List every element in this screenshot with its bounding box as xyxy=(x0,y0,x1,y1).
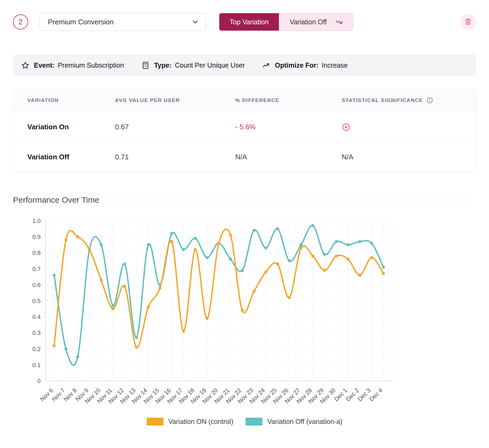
not-significant-icon xyxy=(342,123,350,131)
variation-name: Variation Off xyxy=(13,142,115,172)
svg-text:Dec 1: Dec 1 xyxy=(333,387,348,403)
info-icon[interactable] xyxy=(426,97,433,104)
significance-cell xyxy=(342,112,476,142)
top-variation-segmented-control: Top Variation Variation Off xyxy=(219,13,353,31)
type-label: Type: xyxy=(154,61,172,69)
calculator-icon xyxy=(141,61,150,70)
metric-header-row: 2 Premium Conversion Top Variation Varia… xyxy=(13,13,476,31)
table-row-variation-on: Variation On 0.67 - 5.6% xyxy=(13,112,476,142)
svg-text:0.9: 0.9 xyxy=(32,233,41,240)
event-value: Premium Subscription xyxy=(58,61,124,69)
section-title: Performance Over Time xyxy=(13,195,99,205)
optimize-value: Increase xyxy=(322,61,348,69)
top-variation-value-button[interactable]: Variation Off xyxy=(279,13,353,31)
type-summary: Type: Count Per Unique User xyxy=(141,61,245,70)
trend-down-icon xyxy=(335,18,344,26)
metric-summary-bar: Event: Premium Subscription Type: Count … xyxy=(13,55,476,76)
svg-text:0.4: 0.4 xyxy=(32,314,41,320)
star-icon xyxy=(21,61,30,70)
avg-value: 0.71 xyxy=(115,142,235,172)
legend-swatch xyxy=(246,418,262,426)
top-variation-button[interactable]: Top Variation xyxy=(219,13,279,31)
metric-dropdown-value: Premium Conversion xyxy=(48,18,114,26)
table-header-row: VARIATION AVG VALUE PER USER % DIFFERENC… xyxy=(13,88,476,112)
variation-results-table: VARIATION AVG VALUE PER USER % DIFFERENC… xyxy=(13,88,476,172)
event-summary: Event: Premium Subscription xyxy=(21,61,124,70)
svg-text:Nov 8: Nov 8 xyxy=(62,387,78,403)
col-header-variation: VARIATION xyxy=(13,88,115,112)
legend-label: Variation ON (control) xyxy=(168,418,233,426)
variation-name: Variation On xyxy=(13,112,115,142)
chevron-down-icon xyxy=(191,18,199,26)
svg-text:Dec 2: Dec 2 xyxy=(344,387,360,403)
svg-text:0.6: 0.6 xyxy=(32,282,41,288)
performance-section-header: Performance Over Time xyxy=(13,195,476,205)
svg-text:0.8: 0.8 xyxy=(32,250,41,256)
event-label: Event: xyxy=(34,61,54,69)
avg-value: 0.67 xyxy=(115,112,235,142)
svg-text:Dec 3: Dec 3 xyxy=(356,387,372,403)
legend-swatch xyxy=(147,418,164,426)
svg-text:0.3: 0.3 xyxy=(32,330,41,337)
performance-chart: 00.10.20.30.40.50.60.70.80.91.0Nov 6Nov … xyxy=(13,215,476,426)
svg-text:0.5: 0.5 xyxy=(32,298,41,304)
svg-text:Nov 7: Nov 7 xyxy=(51,387,66,403)
significance-cell: N/A xyxy=(342,142,476,172)
svg-text:0.1: 0.1 xyxy=(32,362,41,368)
delete-metric-button[interactable] xyxy=(460,14,476,30)
col-header-significance: STATISTICAL SIGNIFICANCE xyxy=(342,88,476,112)
type-value: Count Per Unique User xyxy=(175,61,245,69)
difference-value: - 5.6% xyxy=(235,112,342,142)
optimize-summary: Optimize For: Increase xyxy=(262,61,348,70)
trash-icon xyxy=(464,18,472,27)
legend-item: Variation ON (control) xyxy=(147,418,233,426)
section-divider xyxy=(106,200,476,200)
svg-text:Nov 6: Nov 6 xyxy=(39,387,54,403)
top-variation-value: Variation Off xyxy=(290,18,327,26)
svg-text:0: 0 xyxy=(37,378,41,384)
trend-up-icon xyxy=(262,61,270,70)
legend-item: Variation Off (variation-a) xyxy=(246,418,342,426)
metric-dropdown[interactable]: Premium Conversion xyxy=(40,13,206,31)
svg-text:0.7: 0.7 xyxy=(32,266,41,272)
svg-text:0.2: 0.2 xyxy=(32,346,41,353)
performance-chart-svg: 00.10.20.30.40.50.60.70.80.91.0Nov 6Nov … xyxy=(13,215,476,416)
table-row-variation-off: Variation Off 0.71 N/A N/A xyxy=(13,142,476,172)
experiment-metric-panel: 2 Premium Conversion Top Variation Varia… xyxy=(0,0,489,439)
svg-text:1.0: 1.0 xyxy=(32,218,41,224)
metric-number-badge: 2 xyxy=(13,14,28,29)
optimize-label: Optimize For: xyxy=(275,61,318,69)
chart-legend: Variation ON (control)Variation Off (var… xyxy=(13,418,476,426)
col-header-difference: % DIFFERENCE xyxy=(235,88,342,112)
legend-label: Variation Off (variation-a) xyxy=(267,418,342,426)
col-header-avg-value: AVG VALUE PER USER xyxy=(115,88,235,112)
svg-text:Dec 4: Dec 4 xyxy=(368,387,384,403)
difference-value: N/A xyxy=(235,142,342,172)
